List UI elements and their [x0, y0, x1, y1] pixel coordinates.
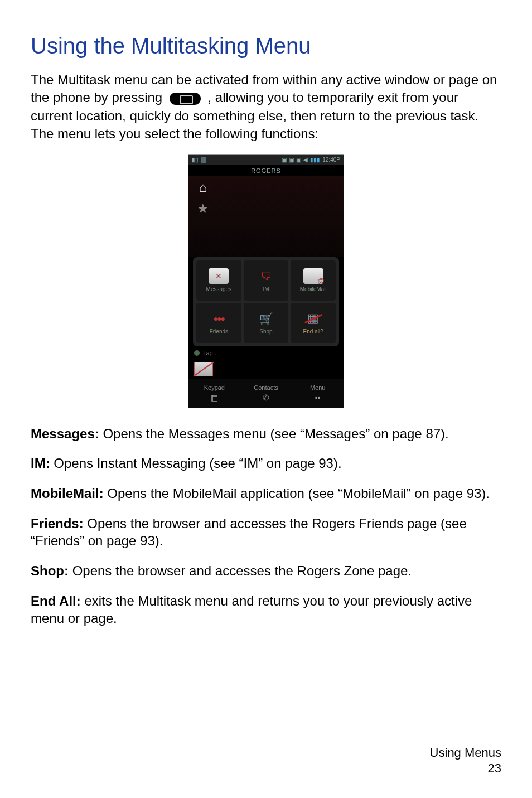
status-bar: ▮▯ ▣ ▣ ▣ ◀ ▮▮▮ 12:40P [188, 155, 344, 165]
def-text: Opens Instant Messaging (see “IM” on pag… [50, 456, 342, 471]
grid-end-all[interactable]: End all? [291, 303, 336, 343]
battery-icon: ▮▮▮ [310, 157, 320, 163]
mail-at-icon [303, 268, 323, 284]
page-footer: Using Menus 23 [430, 745, 501, 776]
intro-paragraph: The Multitask menu can be activated from… [31, 71, 501, 143]
home-background: ⌂ ★ [188, 176, 344, 257]
tap-dot-icon [194, 350, 200, 356]
grid-label: Friends [210, 328, 228, 335]
grid-label: End all? [303, 328, 323, 335]
def-label: IM: [31, 456, 50, 471]
grid-label: Messages [206, 286, 232, 292]
multitask-key-icon [170, 93, 201, 105]
grid-row: ●●● Friends 🛒 Shop End all? [196, 303, 336, 343]
grid-mobilemail[interactable]: MobileMail [291, 260, 336, 301]
status-indicator-icon [201, 157, 206, 163]
status-icon: ▣ [296, 157, 301, 163]
footer-page-number: 23 [430, 761, 501, 776]
clock: 12:40P [322, 157, 340, 163]
multitask-grid: Messages 🗨 IM MobileMail ●●● Friends 🛒 S… [193, 257, 339, 346]
def-im: IM: Opens Instant Messaging (see “IM” on… [31, 454, 501, 472]
def-shop: Shop: Opens the browser and accesses the… [31, 562, 501, 580]
grid-shop[interactable]: 🛒 Shop [244, 303, 289, 343]
signal-icon: ▮▯ [192, 157, 199, 163]
phone-icon: ✆ [263, 393, 269, 402]
envelope-icon [209, 268, 229, 284]
def-label: Friends: [31, 516, 84, 531]
grid-icon: ▪▪ [315, 393, 321, 402]
def-text: Opens the Messages menu (see “Messages” … [99, 426, 449, 441]
softkey-contacts[interactable]: Contacts ✆ [240, 379, 292, 408]
grid-label: Shop [259, 328, 272, 335]
def-mobilemail: MobileMail: Opens the MobileMail applica… [31, 485, 501, 502]
def-text: Opens the browser and accesses the Roger… [69, 563, 412, 578]
def-text: exits the Multitask menu and returns you… [31, 593, 472, 626]
phone-screenshot: ▮▯ ▣ ▣ ▣ ◀ ▮▮▮ 12:40P ROGERS ⌂ ★ Message… [188, 154, 344, 408]
grid-label: MobileMail [300, 286, 327, 292]
grid-im[interactable]: 🗨 IM [244, 260, 289, 301]
softkey-label: Menu [310, 384, 326, 391]
cart-icon: 🛒 [256, 311, 276, 326]
home-icon[interactable]: ⌂ [194, 178, 212, 196]
tap-label: Tap ... [203, 350, 220, 356]
end-all-icon [303, 311, 323, 326]
def-label: End All: [31, 593, 81, 608]
people-icon: ●●● [209, 311, 229, 326]
def-label: MobileMail: [31, 486, 104, 501]
softkey-menu[interactable]: Menu ▪▪ [292, 379, 344, 408]
def-end-all: End All: exits the Multitask menu and re… [31, 592, 501, 627]
volume-icon: ◀ [303, 157, 308, 163]
def-text: Opens the MobileMail application (see “M… [104, 486, 490, 501]
grid-friends[interactable]: ●●● Friends [196, 303, 241, 343]
status-icon: ▣ [289, 157, 294, 163]
def-label: Shop: [31, 563, 69, 578]
grid-label: IM [263, 286, 269, 292]
def-text: Opens the browser and accesses the Roger… [31, 516, 467, 549]
keypad-icon: ▦ [211, 393, 218, 402]
softkey-keypad[interactable]: Keypad ▦ [188, 379, 240, 408]
speech-bubble-icon: 🗨 [256, 268, 276, 284]
mini-envelope-icon[interactable] [194, 362, 213, 376]
page-heading: Using the Multitasking Menu [31, 33, 501, 59]
carrier-label: ROGERS [188, 165, 344, 176]
def-friends: Friends: Opens the browser and accesses … [31, 515, 501, 550]
star-icon[interactable]: ★ [194, 200, 212, 217]
tap-row[interactable]: Tap ... [188, 346, 344, 360]
softkey-label: Contacts [254, 384, 278, 391]
def-messages: Messages: Opens the Messages menu (see “… [31, 425, 501, 443]
footer-section: Using Menus [430, 745, 501, 761]
def-label: Messages: [31, 426, 99, 441]
grid-row: Messages 🗨 IM MobileMail [196, 260, 336, 301]
status-icon: ▣ [282, 157, 287, 163]
grid-messages[interactable]: Messages [196, 260, 241, 301]
status-left: ▮▯ [192, 157, 206, 163]
softkey-label: Keypad [204, 384, 225, 391]
status-right: ▣ ▣ ▣ ◀ ▮▮▮ 12:40P [282, 157, 340, 163]
softkey-bar: Keypad ▦ Contacts ✆ Menu ▪▪ [188, 379, 344, 408]
